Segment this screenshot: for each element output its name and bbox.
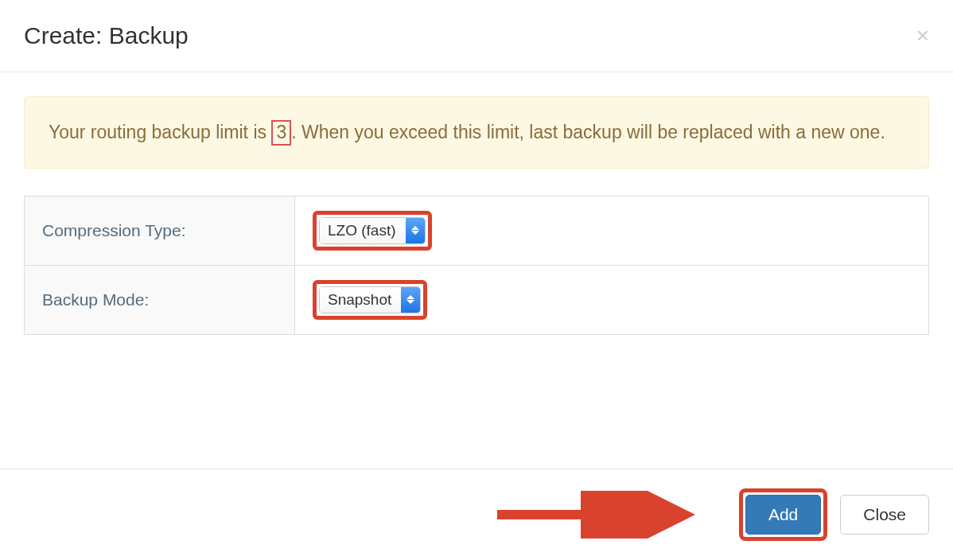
close-icon[interactable]: × bbox=[916, 25, 929, 47]
arrow-annotation-icon bbox=[493, 491, 700, 539]
alert-text-before: Your routing backup limit is bbox=[49, 122, 271, 142]
add-button[interactable]: Add bbox=[745, 495, 821, 535]
backup-mode-select[interactable]: Snapshot bbox=[319, 286, 421, 313]
compression-row: Compression Type: LZO (fast) bbox=[25, 196, 929, 265]
backup-mode-row: Backup Mode: Snapshot bbox=[25, 265, 929, 334]
modal-header: Create: Backup × bbox=[0, 0, 953, 72]
backup-limit-alert: Your routing backup limit is 3. When you… bbox=[24, 96, 929, 169]
close-button[interactable]: Close bbox=[840, 495, 929, 535]
form-table: Compression Type: LZO (fast) Backu bbox=[24, 196, 929, 335]
backup-mode-label: Backup Mode: bbox=[25, 265, 295, 334]
modal-footer: Add Close bbox=[0, 469, 953, 560]
compression-cell: LZO (fast) bbox=[295, 196, 929, 265]
backup-limit-value: 3 bbox=[271, 120, 291, 146]
modal-body: Your routing backup limit is 3. When you… bbox=[0, 72, 953, 469]
compression-value: LZO (fast) bbox=[320, 218, 406, 243]
backup-mode-value: Snapshot bbox=[320, 287, 401, 313]
select-arrows-icon bbox=[406, 218, 425, 243]
compression-highlight: LZO (fast) bbox=[313, 211, 432, 251]
backup-mode-highlight: Snapshot bbox=[313, 280, 427, 320]
backup-mode-cell: Snapshot bbox=[295, 265, 929, 334]
select-arrows-icon bbox=[401, 287, 420, 313]
create-backup-modal: Create: Backup × Your routing backup lim… bbox=[0, 0, 953, 560]
alert-text-after: . When you exceed this limit, last backu… bbox=[291, 122, 885, 142]
add-button-highlight: Add bbox=[739, 488, 827, 541]
compression-label: Compression Type: bbox=[25, 196, 295, 265]
modal-title: Create: Backup bbox=[24, 22, 189, 49]
compression-select[interactable]: LZO (fast) bbox=[319, 217, 426, 244]
